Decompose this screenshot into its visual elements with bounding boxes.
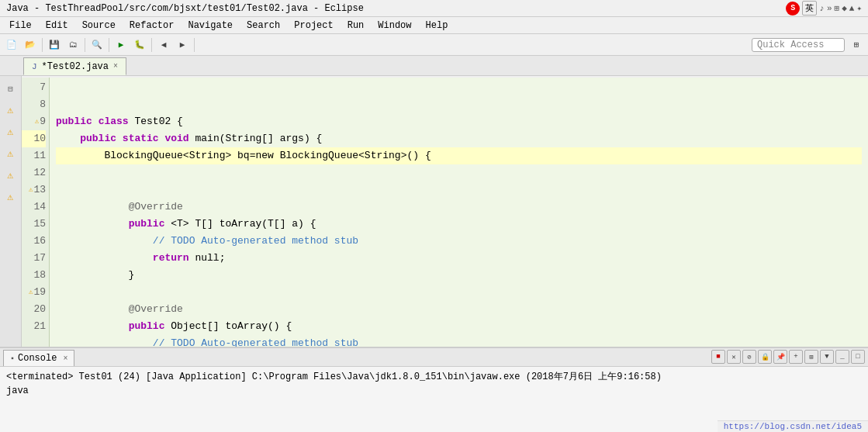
toolbar-sep-4	[151, 38, 152, 52]
console-stop[interactable]: ■	[711, 350, 725, 364]
code-line-8: public class Test02 {	[56, 116, 183, 127]
code-line-20: // TODO Auto-generated method stub	[56, 337, 358, 347]
bottom-toolbar: ■ ✕ ⊘ 🔒 📌 + ⊞ ▼ _ □	[711, 350, 865, 364]
bottom-panel: ▪ Console × ■ ✕ ⊘ 🔒 📌 + ⊞ ▼ _ □ <termina…	[0, 347, 868, 432]
menu-bar: File Edit Source Refactor Navigate Searc…	[0, 17, 868, 34]
menu-window[interactable]: Window	[372, 19, 417, 33]
toolbar-open[interactable]: 📂	[22, 36, 39, 54]
console-tab-icon: ▪	[10, 354, 15, 363]
console-content: <terminated> Test01 (24) [Java Applicati…	[0, 367, 868, 401]
status-url: https://blog.csdn.net/idea5	[718, 420, 868, 432]
arrow-icon: ▲	[849, 4, 855, 13]
toolbar-sep-1	[42, 38, 43, 52]
menu-file[interactable]: File	[3, 19, 38, 33]
code-line-15: return null;	[56, 252, 225, 264]
star-icon: ✦	[856, 3, 862, 13]
diamond-icon: ◆	[842, 3, 847, 13]
toolbar-sep-3	[109, 38, 109, 52]
menu-run[interactable]: Run	[341, 19, 371, 33]
window-title: Java - TestThreadPool/src/com/bjsxt/test…	[6, 3, 364, 14]
code-line-10: BlockingQueue<String> bq=new BlockingQue…	[56, 147, 862, 164]
tab-label: *Test02.java	[42, 61, 109, 72]
toolbar-next[interactable]: ▶	[174, 36, 191, 54]
panel-icon-1[interactable]: ⊟	[3, 81, 19, 96]
toolbar-new[interactable]: 📄	[3, 36, 20, 54]
console-tab[interactable]: ▪ Console ×	[3, 350, 74, 366]
panel-icon-warning-5: ⚠	[3, 168, 19, 183]
bottom-tab-bar: ▪ Console × ■ ✕ ⊘ 🔒 📌 + ⊞ ▼ _ □	[0, 348, 868, 367]
code-line-19: public Object[] toArray() {	[56, 320, 292, 332]
code-line-9: public static void main(String[] args) {	[56, 133, 322, 144]
code-line-14: // TODO Auto-generated method stub	[56, 235, 358, 247]
console-tab-close[interactable]: ×	[63, 354, 67, 363]
toolbar-run[interactable]: ▶	[112, 36, 130, 54]
title-icons: S 英 ♪ » ⊞ ◆ ▲ ✦	[786, 1, 862, 16]
toolbar-debug[interactable]: 🐛	[131, 36, 148, 54]
menu-navigate[interactable]: Navigate	[182, 19, 239, 33]
console-maximize[interactable]: □	[851, 350, 865, 364]
menu-help[interactable]: Help	[420, 19, 455, 33]
code-line-13: public <T> T[] toArray(T[] a) {	[56, 218, 316, 230]
panel-icon-2[interactable]: ⚠	[3, 102, 19, 118]
console-open[interactable]: ⊞	[804, 350, 818, 364]
menu-refactor[interactable]: Refactor	[123, 19, 181, 33]
panel-icon-warning-3: ⚠	[3, 124, 19, 140]
console-line-1: <terminated> Test01 (24) [Java Applicati…	[6, 370, 862, 384]
toolbar-prev[interactable]: ◀	[155, 36, 172, 54]
grid-icon[interactable]: ⊞	[835, 3, 840, 13]
toolbar-end[interactable]: ⊞	[848, 36, 865, 54]
menu-project[interactable]: Project	[288, 19, 339, 33]
tab-bar: J *Test02.java ×	[0, 56, 868, 76]
editor-container[interactable]: 7 8 ⚠9 10 11 12 ⚠13 14 15 16 17 18 ⚠19 2…	[22, 78, 868, 347]
title-bar: Java - TestThreadPool/src/com/bjsxt/test…	[0, 0, 868, 17]
panel-icon-warning-6: ⚠	[3, 189, 19, 205]
lang-icon[interactable]: 英	[802, 1, 817, 16]
console-display-select[interactable]: ▼	[820, 350, 834, 364]
code-line-18: @Override	[56, 303, 183, 315]
panel-icon-warning-4: ⚠	[3, 146, 19, 161]
toolbar-search[interactable]: 🔍	[88, 36, 105, 54]
console-clear[interactable]: ⊘	[742, 350, 756, 364]
line-numbers: 7 8 ⚠9 10 11 12 ⚠13 14 15 16 17 18 ⚠19 2…	[22, 78, 50, 347]
left-panel-icons: ⊟ ⚠ ⚠ ⚠ ⚠ ⚠	[0, 76, 22, 347]
toolbar: 📄 📂 💾 🗂 🔍 ▶ 🐛 ◀ ▶ Quick Access ⊞	[0, 34, 868, 56]
code-line-12: @Override	[56, 201, 183, 213]
toolbar-save-all[interactable]: 🗂	[64, 36, 81, 54]
java-file-icon: J	[32, 62, 37, 71]
code-line-16: }	[56, 269, 134, 281]
quick-access-input[interactable]: Quick Access	[752, 38, 845, 52]
console-minimize[interactable]: _	[835, 350, 849, 364]
toolbar-sep-5	[194, 38, 195, 52]
menu-search[interactable]: Search	[240, 19, 286, 33]
console-new[interactable]: +	[789, 350, 803, 364]
menu-source[interactable]: Source	[76, 19, 122, 33]
console-line-2: java	[6, 384, 862, 398]
menu-edit[interactable]: Edit	[40, 19, 74, 33]
toolbar-save[interactable]: 💾	[46, 36, 63, 54]
console-scroll-lock[interactable]: 🔒	[758, 350, 772, 364]
sogou-icon: S	[786, 2, 800, 16]
toolbar-sep-2	[85, 38, 85, 52]
editor-tab[interactable]: J *Test02.java ×	[23, 57, 126, 75]
console-remove[interactable]: ✕	[727, 350, 741, 364]
tab-close-btn[interactable]: ×	[113, 62, 118, 71]
dots-icon: »	[827, 4, 832, 13]
console-pin[interactable]: 📌	[773, 350, 787, 364]
music-icon: ♪	[819, 4, 825, 13]
console-tab-label: Console	[18, 353, 57, 364]
code-area[interactable]: public class Test02 { public static void…	[50, 78, 868, 347]
